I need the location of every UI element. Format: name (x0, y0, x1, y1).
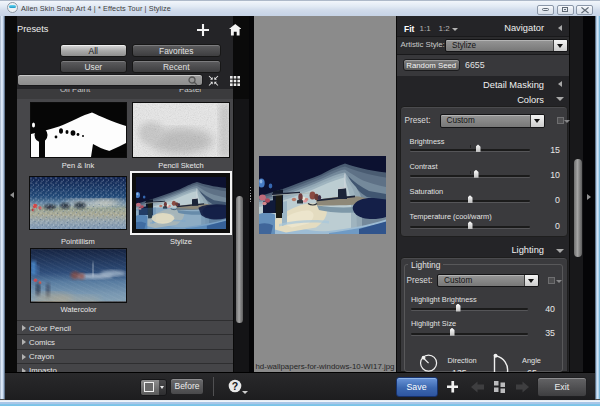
svg-text:?: ? (231, 380, 237, 392)
